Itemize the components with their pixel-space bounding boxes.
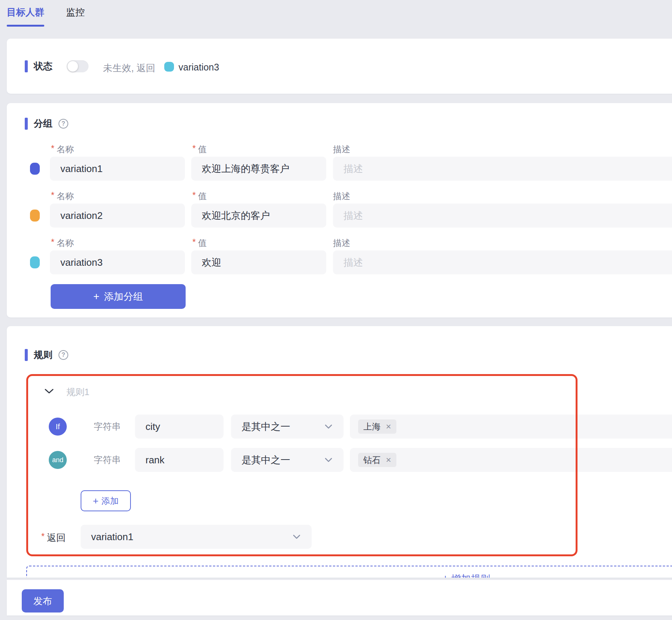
collapse-rule-button[interactable] xyxy=(44,388,54,396)
condition-values-input[interactable]: 上海 × xyxy=(350,415,672,439)
default-variation-dot xyxy=(164,62,174,72)
question-glyph: ? xyxy=(62,120,65,127)
desc-label: 描述 xyxy=(333,144,350,155)
tab-target-audience-label: 目标人群 xyxy=(7,7,44,17)
toggle-knob xyxy=(68,61,78,72)
required-asterisk: * xyxy=(41,532,45,542)
variation-color-dot xyxy=(30,210,40,222)
close-icon[interactable]: × xyxy=(386,422,391,431)
plus-icon: + xyxy=(442,572,448,578)
value-label: * 值 xyxy=(192,144,207,155)
section-bar xyxy=(25,349,28,361)
required-asterisk: * xyxy=(192,144,196,154)
name-label: * 名称 xyxy=(51,190,74,202)
required-asterisk: * xyxy=(51,190,54,201)
condition-values-input[interactable]: 钻石 × xyxy=(350,448,672,472)
plus-icon: + xyxy=(93,495,98,507)
variation-desc-input[interactable] xyxy=(333,204,672,228)
plus-icon: + xyxy=(93,291,99,303)
help-icon[interactable]: ? xyxy=(58,119,68,129)
variation-name-input[interactable] xyxy=(50,204,185,228)
variation-color-dot xyxy=(30,163,40,175)
tab-monitor-label: 监控 xyxy=(66,7,85,17)
add-condition-button[interactable]: + 添加 xyxy=(81,490,131,511)
serve-label: * 返回 xyxy=(41,532,66,544)
groups-card: 分组 ? * 名称 * 值 描述 * 名称 * 值 描述 xyxy=(7,103,672,317)
variation-value-input[interactable] xyxy=(191,250,326,274)
condition-field-input[interactable] xyxy=(135,415,224,439)
variation-name-input[interactable] xyxy=(50,250,185,274)
variation-value-input[interactable] xyxy=(191,204,326,228)
serve-variation-select[interactable]: variation1 xyxy=(81,525,312,549)
name-label: * 名称 xyxy=(51,237,74,249)
add-group-button[interactable]: + 添加分组 xyxy=(51,284,186,309)
default-variation-name: variation3 xyxy=(178,62,219,73)
rules-title: 规则 xyxy=(34,349,52,361)
groups-header: 分组 ? xyxy=(25,117,68,130)
add-group-label: 添加分组 xyxy=(104,290,143,303)
connector-if-badge: If xyxy=(49,418,67,436)
value-label: * 值 xyxy=(192,237,207,249)
condition-type-label: 字符串 xyxy=(94,454,121,466)
groups-title: 分组 xyxy=(34,117,52,130)
desc-label: 描述 xyxy=(333,237,350,249)
variation-desc-input[interactable] xyxy=(333,250,672,274)
variation-value-input[interactable] xyxy=(191,157,326,181)
required-asterisk: * xyxy=(192,237,196,248)
variation-color-dot xyxy=(30,256,40,268)
tab-monitor[interactable]: 监控 xyxy=(66,6,85,27)
condition-operator-select[interactable]: 是其中之一 xyxy=(231,448,344,472)
status-title: 状态 xyxy=(34,60,52,72)
required-asterisk: * xyxy=(192,190,196,201)
condition-field-input[interactable] xyxy=(135,448,224,472)
condition-type-label: 字符串 xyxy=(94,421,121,433)
chevron-down-icon xyxy=(44,388,54,394)
chevron-down-icon xyxy=(325,458,332,462)
variation-desc-input[interactable] xyxy=(333,157,672,181)
value-label: * 值 xyxy=(192,190,207,202)
publish-button[interactable]: 发布 xyxy=(22,589,64,613)
condition-operator-select[interactable]: 是其中之一 xyxy=(231,415,344,439)
tab-target-audience[interactable]: 目标人群 xyxy=(7,6,44,27)
section-bar xyxy=(25,60,28,72)
desc-label: 描述 xyxy=(333,190,350,202)
status-toggle[interactable] xyxy=(67,60,88,72)
chevron-down-icon xyxy=(325,424,332,429)
name-label: * 名称 xyxy=(51,144,74,155)
rules-card: 规则 ? 规则1 If 字符串 是其中之一 上海 × xyxy=(7,326,672,578)
add-rule-label: + 增加规则 xyxy=(442,572,490,578)
variation-name-input[interactable] xyxy=(50,157,185,181)
rule-title: 规则1 xyxy=(66,386,89,398)
value-chip: 上海 × xyxy=(358,419,396,434)
required-asterisk: * xyxy=(51,144,54,154)
section-bar xyxy=(25,118,28,130)
footer-bar: 发布 xyxy=(7,580,672,616)
close-icon[interactable]: × xyxy=(386,455,391,464)
help-icon[interactable]: ? xyxy=(58,350,68,360)
status-text: 未生效, 返回 xyxy=(103,62,155,74)
feature-flag-page: { "tabs": [ { "label": "目标人群", "active":… xyxy=(0,0,672,620)
chevron-down-icon xyxy=(293,535,300,539)
value-chip: 钻石 × xyxy=(358,453,396,467)
rules-header: 规则 ? xyxy=(25,349,68,361)
status-card: 状态 未生效, 返回 variation3 xyxy=(7,39,672,94)
question-glyph: ? xyxy=(62,352,65,358)
add-rule-button[interactable]: + 增加规则 xyxy=(26,566,672,578)
add-condition-label: 添加 xyxy=(102,495,119,507)
required-asterisk: * xyxy=(51,237,54,248)
connector-and-badge: and xyxy=(49,451,67,469)
publish-label: 发布 xyxy=(33,595,52,607)
status-header: 状态 xyxy=(25,60,52,72)
top-tabs: 目标人群 监控 xyxy=(7,6,85,27)
active-tab-underline xyxy=(7,25,44,27)
